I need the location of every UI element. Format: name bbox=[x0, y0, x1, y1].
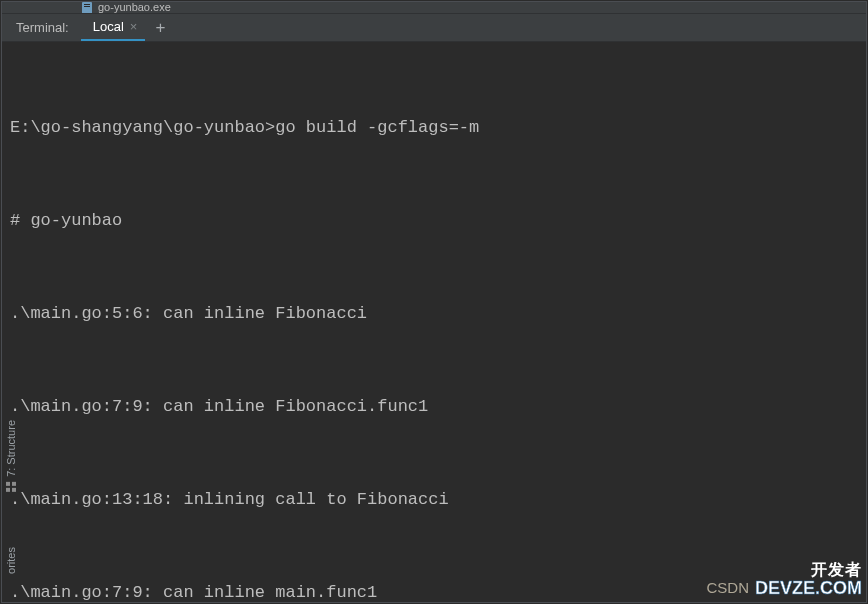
file-icon bbox=[80, 2, 94, 13]
terminal-line: # go-yunbao bbox=[10, 205, 858, 236]
terminal-tab-label: Local bbox=[93, 19, 124, 34]
svg-rect-4 bbox=[6, 488, 10, 492]
watermark-devze-en: DEVZE.COM bbox=[755, 579, 862, 598]
svg-rect-6 bbox=[6, 482, 10, 486]
close-icon[interactable]: × bbox=[130, 20, 138, 33]
terminal-line: .\main.go:7:9: can inline Fibonacci.func… bbox=[10, 391, 858, 422]
watermark-devze: 开发者 DEVZE.COM bbox=[755, 562, 862, 598]
terminal-line: E:\go-shangyang\go-yunbao>go build -gcfl… bbox=[10, 112, 858, 143]
watermark-devze-cn: 开发者 bbox=[755, 562, 862, 579]
terminal-panel-label: Terminal: bbox=[2, 14, 81, 41]
svg-rect-0 bbox=[82, 2, 92, 14]
editor-tab-fragment: go-yunbao.exe bbox=[2, 2, 866, 14]
plus-icon: + bbox=[155, 18, 165, 38]
editor-tab-filename: go-yunbao.exe bbox=[98, 2, 171, 13]
new-terminal-tab-button[interactable]: + bbox=[145, 14, 175, 41]
terminal-line: .\main.go:5:6: can inline Fibonacci bbox=[10, 298, 858, 329]
structure-icon bbox=[5, 481, 17, 493]
terminal-line: .\main.go:13:18: inlining call to Fibona… bbox=[10, 484, 858, 515]
svg-rect-5 bbox=[12, 482, 16, 486]
sidebar-item-favorites[interactable]: orites bbox=[5, 547, 17, 574]
terminal-tab-local[interactable]: Local × bbox=[81, 14, 146, 41]
watermark: CSDN 开发者 DEVZE.COM bbox=[706, 562, 862, 598]
left-tool-strip: 7: Structure orites bbox=[0, 420, 22, 574]
svg-rect-2 bbox=[84, 6, 90, 7]
svg-rect-1 bbox=[84, 4, 90, 5]
terminal-output[interactable]: E:\go-shangyang\go-yunbao>go build -gcfl… bbox=[2, 42, 866, 602]
sidebar-item-label: 7: Structure bbox=[5, 420, 17, 477]
watermark-csdn: CSDN bbox=[706, 579, 749, 596]
sidebar-item-structure[interactable]: 7: Structure bbox=[5, 420, 17, 493]
sidebar-item-label: orites bbox=[5, 547, 17, 574]
svg-rect-3 bbox=[12, 488, 16, 492]
terminal-tabbar: Terminal: Local × + bbox=[2, 14, 866, 42]
